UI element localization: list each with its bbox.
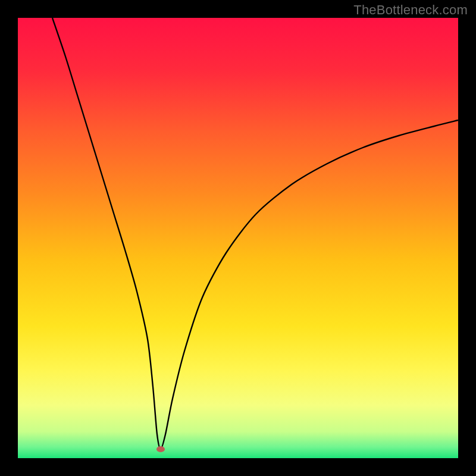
chart-frame: TheBottleneck.com: [0, 0, 476, 476]
watermark-text: TheBottleneck.com: [353, 2, 468, 18]
plot-svg: [18, 18, 458, 458]
gradient-background: [18, 18, 458, 458]
minimum-marker: [156, 446, 165, 452]
plot-area: [18, 18, 458, 458]
